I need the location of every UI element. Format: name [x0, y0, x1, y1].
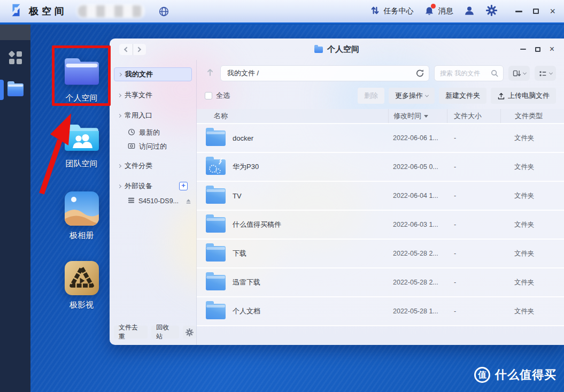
- file-name: TV: [233, 192, 242, 200]
- desktop-area: 个人空间 团队空间: [0, 25, 564, 392]
- eject-icon[interactable]: [185, 198, 192, 205]
- sidebar-item-shared-files[interactable]: 共享文件: [114, 90, 192, 101]
- folder-icon: [314, 47, 323, 53]
- forward-button[interactable]: [133, 44, 146, 55]
- task-center-button[interactable]: 任务中心: [370, 5, 413, 17]
- smzdm-badge-icon: 值: [474, 367, 490, 383]
- column-type[interactable]: 文件类型: [500, 109, 564, 123]
- file-manager-window: 个人空间 × 我的文件 共享文件: [110, 39, 564, 345]
- search-icon[interactable]: [490, 69, 499, 78]
- photo-album-icon: [51, 191, 112, 226]
- sidebar-item-common-entry[interactable]: 常用入口: [114, 110, 192, 121]
- view-mode-button[interactable]: [535, 66, 556, 81]
- file-modified: 2022-05-28 1...: [388, 308, 447, 315]
- user-account-button[interactable]: [463, 5, 475, 18]
- file-name-cell: 华为P30: [197, 159, 388, 175]
- column-name[interactable]: 名称: [197, 111, 388, 121]
- globe-icon[interactable]: [158, 6, 169, 17]
- sidebar-footer: 文件去重 回收站: [114, 326, 196, 339]
- maximize-button[interactable]: [535, 47, 540, 52]
- chevron-right-icon: [118, 113, 121, 117]
- table-row[interactable]: 下载 2022-05-28 2... - 文件夹: [197, 240, 564, 268]
- table-row[interactable]: 什么值得买稿件 2022-06-03 1... - 文件夹: [197, 211, 564, 240]
- sidebar-item-my-files[interactable]: 我的文件: [114, 67, 192, 81]
- sidebar-item-file-categories[interactable]: 文件分类: [114, 160, 192, 171]
- file-modified: 2022-05-28 2...: [388, 250, 447, 257]
- file-name-cell: docker: [197, 130, 388, 146]
- window-title: 个人空间: [314, 44, 359, 55]
- selection-toolbar: 全选 删除 更多操作 新建文件夹: [197, 88, 564, 104]
- rail-files-button[interactable]: [0, 78, 30, 102]
- sidebar-item-latest[interactable]: 最新的: [114, 127, 192, 138]
- smzdm-text: 什么值得买: [495, 367, 557, 383]
- user-icon: [463, 5, 475, 18]
- path-input-wrap: [220, 65, 429, 81]
- file-table-body: docker 2022-06-06 1... - 文件夹 华为P30 2022-…: [197, 124, 564, 345]
- back-button[interactable]: [119, 44, 133, 55]
- upload-icon: [497, 92, 505, 100]
- more-actions-button[interactable]: 更多操作: [389, 88, 435, 104]
- minimize-button[interactable]: [520, 49, 526, 50]
- table-row[interactable]: 个人文档 2022-05-28 1... - 文件夹: [197, 297, 564, 326]
- rail-apps-button[interactable]: [0, 46, 30, 70]
- file-type: 文件夹: [500, 163, 564, 172]
- folder-icon: [206, 130, 226, 146]
- refresh-icon[interactable]: [415, 69, 424, 78]
- path-input[interactable]: [221, 66, 429, 81]
- chevron-down-icon: [549, 71, 553, 74]
- messages-button[interactable]: 消息: [424, 6, 453, 17]
- maximize-button[interactable]: [533, 9, 539, 14]
- app-movies[interactable]: 极影视: [51, 261, 112, 310]
- sort-button[interactable]: [508, 66, 530, 81]
- new-folder-button[interactable]: 新建文件夹: [439, 88, 486, 104]
- add-device-button[interactable]: +: [179, 182, 188, 190]
- file-size: -: [447, 192, 500, 199]
- sidebar-item-visited[interactable]: 访问过的: [114, 141, 192, 152]
- app-photo-album[interactable]: 极相册: [51, 191, 112, 241]
- app-label: 团队空间: [51, 159, 112, 169]
- file-size: -: [447, 134, 500, 142]
- recycle-bin-button[interactable]: 回收站: [151, 326, 179, 339]
- table-row[interactable]: 华为P30 2022-06-05 0... - 文件夹: [197, 153, 564, 182]
- dedupe-button[interactable]: 文件去重: [114, 326, 148, 339]
- history-nav-group: [119, 44, 146, 55]
- up-directory-button[interactable]: [205, 67, 215, 80]
- column-modified[interactable]: 修改时间: [388, 109, 447, 123]
- select-all-checkbox[interactable]: [205, 92, 212, 99]
- file-type: 文件夹: [500, 307, 564, 316]
- file-modified: 2022-06-04 1...: [388, 192, 447, 199]
- close-button[interactable]: ×: [550, 47, 554, 52]
- close-button[interactable]: ×: [550, 9, 555, 14]
- zspace-logo-icon: [9, 3, 24, 20]
- upload-button[interactable]: 上传电脑文件: [491, 88, 556, 104]
- window-titlebar: 个人空间 ×: [110, 39, 564, 60]
- app-label: 极影视: [51, 300, 112, 310]
- folder-icon: [206, 246, 226, 262]
- file-type: 文件夹: [500, 278, 564, 287]
- settings-button[interactable]: [183, 326, 196, 339]
- sidebar-item-external-devices[interactable]: 外部设备 +: [114, 181, 192, 191]
- file-modified: 2022-06-03 1...: [388, 221, 447, 228]
- file-name: docker: [233, 134, 253, 142]
- table-header: 名称 修改时间 文件大小 文件类型: [197, 109, 564, 124]
- table-row[interactable]: 迅雷下载 2022-05-28 2... - 文件夹: [197, 268, 564, 297]
- sidebar-item-device[interactable]: S4510-DS9...: [114, 196, 192, 206]
- rail-header-block: [0, 25, 30, 40]
- app-team-space[interactable]: 团队空间: [51, 122, 112, 169]
- table-row[interactable]: TV 2022-06-04 1... - 文件夹: [197, 182, 564, 211]
- list-view-icon: [538, 69, 547, 78]
- chevron-right-icon: [118, 93, 121, 97]
- column-size[interactable]: 文件大小: [447, 109, 500, 123]
- left-rail: [0, 25, 30, 392]
- file-name-cell: 个人文档: [197, 304, 388, 319]
- chevron-down-icon: [425, 93, 429, 97]
- files-folder-icon: [7, 83, 24, 96]
- visited-icon: [128, 142, 135, 151]
- minimize-button[interactable]: [515, 11, 522, 12]
- topbar: 极空间: [0, 0, 564, 24]
- chevron-down-icon: [523, 71, 527, 74]
- gear-icon: [486, 5, 497, 18]
- delete-button[interactable]: 删除: [358, 88, 384, 104]
- settings-button[interactable]: [486, 5, 497, 18]
- table-row[interactable]: docker 2022-06-06 1... - 文件夹: [197, 124, 564, 153]
